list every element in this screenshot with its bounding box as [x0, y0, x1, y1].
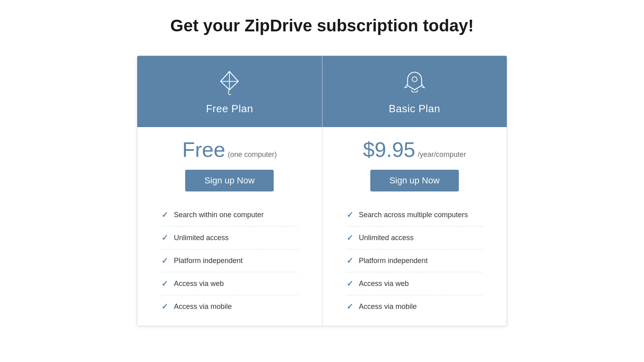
plan-free-price: Free (one computer)	[182, 139, 277, 160]
plan-free-body: Free (one computer) Sign up Now ✓ Search…	[137, 127, 322, 326]
check-icon: ✓	[347, 302, 353, 311]
list-item: ✓ Access via web	[161, 272, 298, 295]
list-item: ✓ Platform independent	[161, 249, 298, 272]
list-item: ✓ Platform independent	[347, 249, 483, 272]
plan-free-price-main: Free	[182, 139, 225, 160]
feature-label: Access via mobile	[359, 302, 417, 311]
plan-free: Free Plan Free (one computer) Sign up No…	[137, 56, 322, 326]
feature-label: Search across multiple computers	[359, 211, 468, 219]
check-icon: ✓	[347, 233, 353, 243]
plan-basic-price-main: $9.95	[363, 139, 415, 160]
kite-icon	[215, 68, 244, 96]
plan-free-features: ✓ Search within one computer ✓ Unlimited…	[157, 204, 302, 318]
feature-label: Unlimited access	[174, 234, 229, 242]
list-item: ✓ Access via web	[347, 272, 483, 295]
plan-basic-header: Basic Plan	[322, 56, 507, 127]
plan-free-header: Free Plan	[137, 56, 322, 127]
check-icon: ✓	[161, 233, 168, 243]
plan-free-signup-button[interactable]: Sign up Now	[185, 170, 274, 191]
svg-point-2	[412, 77, 417, 82]
plan-basic-price: $9.95 /year/computer	[363, 139, 466, 160]
feature-label: Search within one computer	[174, 211, 264, 219]
list-item: ✓ Search across multiple computers	[347, 204, 483, 226]
check-icon: ✓	[347, 279, 353, 288]
plan-free-name: Free Plan	[206, 103, 253, 115]
check-icon: ✓	[347, 256, 353, 265]
list-item: ✓ Access via mobile	[347, 295, 483, 318]
list-item: ✓ Search within one computer	[161, 204, 298, 226]
page-title: Get your ZipDrive subscription today!	[170, 16, 474, 35]
plan-basic-name: Basic Plan	[389, 103, 440, 115]
plan-free-price-note: (one computer)	[228, 150, 277, 159]
check-icon: ✓	[161, 279, 168, 288]
plans-container: Free Plan Free (one computer) Sign up No…	[137, 56, 507, 326]
plan-basic-body: $9.95 /year/computer Sign up Now ✓ Searc…	[322, 127, 507, 326]
feature-label: Platform independent	[174, 257, 243, 265]
list-item: ✓ Unlimited access	[161, 226, 298, 249]
plan-basic-features: ✓ Search across multiple computers ✓ Unl…	[343, 204, 487, 318]
feature-label: Unlimited access	[359, 234, 414, 242]
feature-label: Access via web	[174, 280, 224, 288]
plan-basic-signup-button[interactable]: Sign up Now	[370, 170, 459, 191]
plan-basic: Basic Plan $9.95 /year/computer Sign up …	[322, 56, 507, 326]
list-item: ✓ Access via mobile	[161, 295, 298, 318]
list-item: ✓ Unlimited access	[347, 226, 483, 249]
check-icon: ✓	[161, 210, 168, 220]
check-icon: ✓	[161, 256, 168, 265]
plan-basic-price-note: /year/computer	[418, 150, 466, 159]
check-icon: ✓	[161, 302, 168, 311]
check-icon: ✓	[347, 210, 353, 220]
feature-label: Access via mobile	[174, 302, 232, 311]
rocket-icon	[400, 68, 429, 96]
feature-label: Access via web	[359, 280, 409, 288]
feature-label: Platform independent	[359, 257, 428, 265]
